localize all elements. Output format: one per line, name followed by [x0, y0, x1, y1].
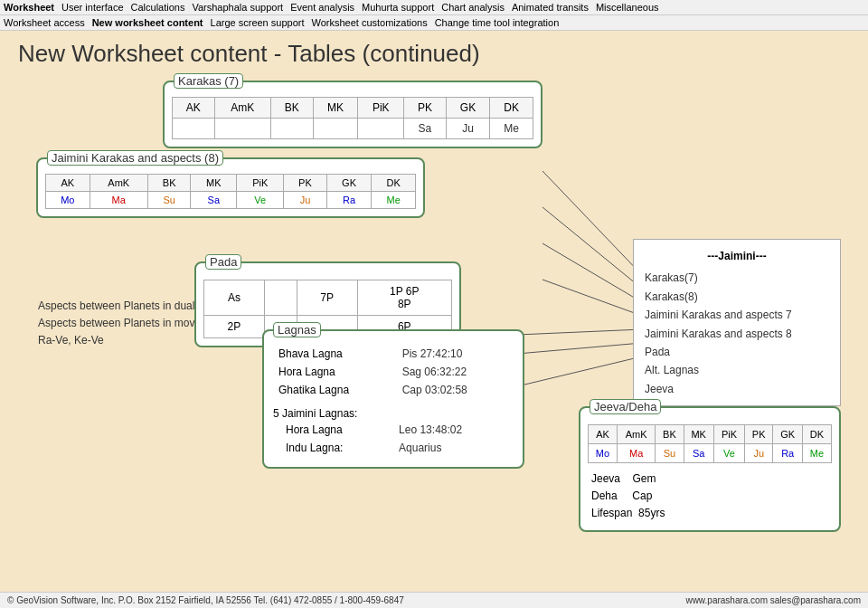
svg-line-2: [542, 243, 642, 302]
menu-animated-transits[interactable]: Animated transits: [512, 2, 589, 13]
right-list-title: ---Jaimini---: [641, 247, 833, 265]
jeeva-lifespan: Lifespan 85yrs: [591, 505, 832, 522]
karakas-panel: Karakas (7) AK AmK BK MK PiK PK GK DK: [163, 81, 542, 148]
jaimini-val-dk: Me: [372, 192, 416, 209]
menu-event-analysis[interactable]: Event analysis: [290, 2, 354, 13]
jeeva-val-ak: Mo: [589, 444, 618, 463]
sub-change-time[interactable]: Change time tool integration: [435, 17, 560, 28]
menu-muhurta[interactable]: Muhurta support: [362, 2, 434, 13]
jaimini-val-pik: Ve: [237, 192, 284, 209]
lagnas-ghatika-label: Ghatika Lagna: [275, 382, 397, 398]
lagnas-hora-label: Hora Lagna: [275, 364, 397, 380]
menu-varshaphala[interactable]: Varshaphala support: [192, 2, 283, 13]
lagnas-panel: Lagnas Bhava Lagna Pis 27:42:10 Hora Lag…: [262, 329, 524, 469]
menu-miscellaneous[interactable]: Miscellaneous: [596, 2, 659, 13]
lagnas-title: Lagnas: [273, 322, 321, 337]
jeeva-info: Jeeva Gem Deha Cap Lifespan 85yrs: [588, 470, 832, 523]
lagnas-jaimini-title: Jaimini Lagnas:: [282, 407, 357, 420]
diagram-area: Karakas (7) AK AmK BK MK PiK PK GK DK: [18, 81, 850, 605]
jaimini-val-ak: Mo: [46, 192, 90, 209]
footer: © GeoVision Software, Inc. P.O. Box 2152…: [0, 592, 868, 608]
karakas-val-pk: Sa: [404, 119, 447, 139]
right-list: ---Jaimini--- Karakas(7) Karakas(8) Jaim…: [633, 239, 841, 406]
karakas-header-mk: MK: [313, 98, 358, 119]
jeeva-header-gk: GK: [773, 425, 803, 444]
right-list-item-3[interactable]: Jaimini Karakas and aspects 7: [641, 306, 833, 324]
lagnas-jaimini-hora-val: Leo 13:48:02: [395, 422, 512, 438]
right-list-item-1[interactable]: Karakas(7): [641, 269, 833, 287]
lagnas-indu-label: Indu Lagna:: [275, 440, 393, 456]
footer-left: © GeoVision Software, Inc. P.O. Box 2152…: [7, 595, 404, 605]
jaimini-header-pik: PiK: [237, 175, 284, 192]
jaimini-val-amk: Ma: [90, 192, 147, 209]
lagnas-bhava-val: Pis 27:42:10: [399, 346, 512, 362]
karakas-table: AK AmK BK MK PiK PK GK DK Sa Ju: [172, 97, 533, 139]
right-list-item-6[interactable]: Alt. Lagnas: [641, 361, 833, 379]
karakas-header-amk: AmK: [214, 98, 271, 119]
menu-bar: Worksheet User interface Calculations Va…: [0, 0, 868, 15]
jaimini-table: AK AmK BK MK PiK PK GK DK Mo Ma Su Sa Ve…: [45, 174, 416, 209]
karakas-header-gk: GK: [446, 98, 490, 119]
karakas-title: Karakas (7): [174, 73, 243, 89]
menu-calculations[interactable]: Calculations: [131, 2, 185, 13]
karakas-val-gk: Ju: [446, 119, 490, 139]
lagnas-indu-val: Aquarius: [395, 440, 512, 456]
page-content: New Worksheet content - Tables (continue…: [0, 31, 868, 608]
jeeva-val-bk: Su: [656, 444, 684, 463]
jeeva-header-bk: BK: [656, 425, 684, 444]
pada-7p: 7P: [297, 280, 357, 316]
sub-menu-bar: Worksheet access New worksheet content L…: [0, 15, 868, 31]
menu-user-interface[interactable]: User interface: [61, 2, 123, 13]
lagnas-jaimini-table: Hora Lagna Leo 13:48:02 Indu Lagna: Aqua…: [273, 420, 514, 458]
right-list-item-7[interactable]: Jeeva: [641, 380, 833, 398]
lagnas-jaimini-hora-label: Hora Lagna: [275, 422, 393, 438]
karakas-val-amk: [214, 119, 271, 139]
svg-line-1: [542, 207, 642, 289]
jeeva-val-gk: Ra: [773, 444, 803, 463]
lagnas-hora-val: Sag 06:32:22: [399, 364, 512, 380]
jeeva-lifespan-label: Lifespan: [591, 507, 632, 519]
jeeva-header-mk: MK: [684, 425, 713, 444]
sub-new-worksheet-content[interactable]: New worksheet content: [92, 17, 203, 28]
jaimini-panel: Jaimini Karakas and aspects (8) AK AmK B…: [36, 157, 425, 218]
pada-1p6p8p: 1P 6P 8P: [357, 280, 451, 316]
menu-worksheet[interactable]: Worksheet: [4, 2, 54, 13]
jaimini-val-pk: Ju: [284, 192, 326, 209]
jaimini-header-mk: MK: [191, 175, 237, 192]
jeeva-val-dk: Me: [803, 444, 832, 463]
jaimini-val-gk: Ra: [326, 192, 372, 209]
sub-large-screen[interactable]: Large screen support: [211, 17, 305, 28]
jaimini-header-pk: PK: [284, 175, 326, 192]
karakas-val-mk: [313, 119, 358, 139]
jeeva-header-dk: DK: [803, 425, 832, 444]
sub-worksheet-customizations[interactable]: Worksheet customizations: [311, 17, 427, 28]
jaimini-val-mk: Sa: [191, 192, 237, 209]
jaimini-header-gk: GK: [326, 175, 372, 192]
right-list-item-2[interactable]: Karakas(8): [641, 288, 833, 306]
jeeva-deha: Deha Cap: [591, 488, 832, 505]
jeeva-jeeva: Jeeva Gem: [591, 470, 832, 488]
pada-as: As: [204, 280, 265, 316]
jeeva-deha-val: Cap: [632, 489, 652, 502]
karakas-header-pik: PiK: [358, 98, 404, 119]
jeeva-table: AK AmK BK MK PiK PK GK DK Mo Ma Su Sa Ve…: [588, 424, 832, 463]
pada-title: Pada: [205, 254, 241, 270]
menu-chart-analysis[interactable]: Chart analysis: [441, 2, 505, 13]
lagnas-bhava-label: Bhava Lagna: [275, 346, 397, 362]
jeeva-val-amk: Ma: [617, 444, 655, 463]
right-list-item-4[interactable]: Jaimini Karakas and aspects 8: [641, 325, 833, 343]
right-list-item-5[interactable]: Pada: [641, 343, 833, 361]
jaimini-header-amk: AmK: [90, 175, 147, 192]
sub-worksheet-access[interactable]: Worksheet access: [4, 17, 85, 28]
svg-line-3: [542, 280, 642, 316]
lagnas-ghatika-val: Cap 03:02:58: [399, 382, 512, 398]
pada-2p: 2P: [204, 316, 265, 338]
jeeva-lifespan-val: 85yrs: [638, 507, 665, 519]
jaimini-header-bk: BK: [147, 175, 190, 192]
karakas-header-pk: PK: [404, 98, 447, 119]
karakas-header-bk: BK: [271, 98, 314, 119]
jaimini-header-ak: AK: [46, 175, 90, 192]
jeeva-header-pik: PiK: [713, 425, 744, 444]
karakas-val-pik: [358, 119, 404, 139]
jaimini-val-bk: Su: [147, 192, 190, 209]
